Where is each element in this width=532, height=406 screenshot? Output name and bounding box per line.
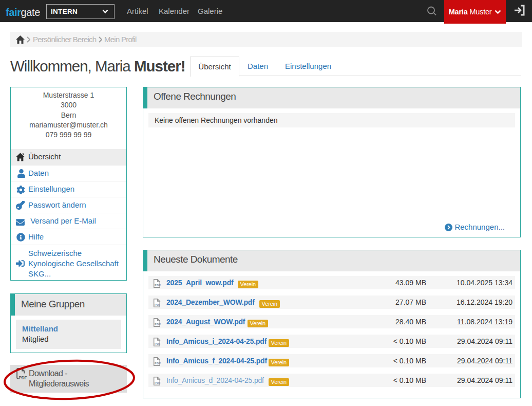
svg-text:PDF: PDF <box>155 362 161 365</box>
svg-text:PDF: PDF <box>155 342 161 345</box>
svg-text:PDF: PDF <box>155 381 161 384</box>
svg-text:PDF: PDF <box>155 323 161 326</box>
svg-text:PDF: PDF <box>155 303 161 306</box>
svg-text:PDF: PDF <box>155 284 161 287</box>
